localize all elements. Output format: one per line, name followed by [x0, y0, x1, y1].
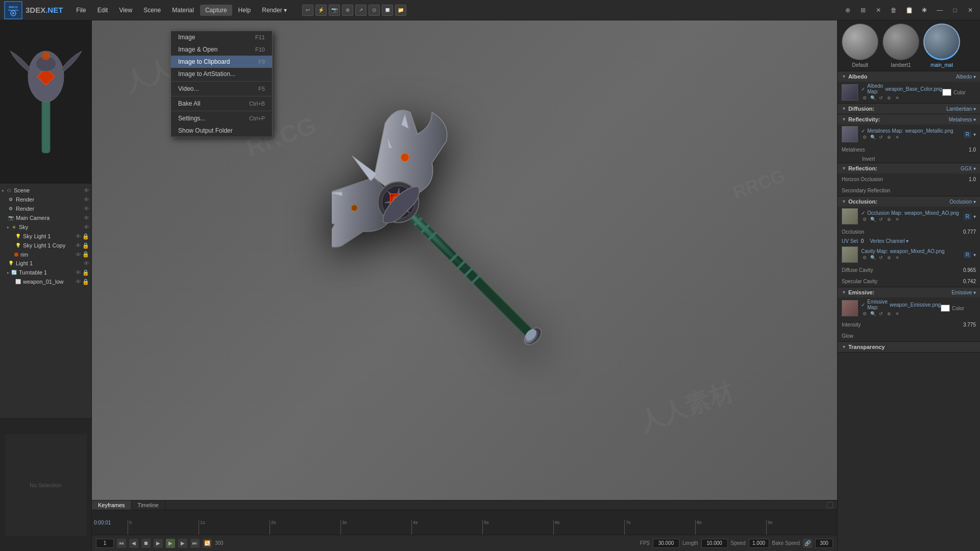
window-btn-1[interactable]: ⊕: [842, 5, 853, 16]
mat-sphere-default[interactable]: [842, 23, 878, 60]
tree-rim[interactable]: rim 👁 🔒: [0, 250, 91, 259]
max-frame-input[interactable]: [815, 539, 833, 548]
step-back[interactable]: ◀: [129, 539, 138, 548]
toolbar-btn-5[interactable]: ↗: [355, 5, 366, 16]
cavity-thumb[interactable]: [842, 246, 858, 263]
eye-icon-render1[interactable]: 👁: [84, 196, 89, 203]
play-to-start[interactable]: ⏮: [117, 539, 126, 548]
occlusion-thumb[interactable]: [842, 208, 858, 224]
play-btn[interactable]: ▶: [154, 539, 163, 548]
toolbar-btn-3[interactable]: 📷: [329, 5, 340, 16]
fps-input[interactable]: [653, 539, 679, 548]
cavity-search-icon[interactable]: 🔍: [869, 254, 876, 261]
eye-icon-rim[interactable]: 👁: [76, 252, 81, 258]
tree-render-2[interactable]: ⚙ Render 👁: [0, 204, 91, 213]
cavity-copy-icon[interactable]: ⊕: [886, 254, 893, 261]
cavity-settings-icon[interactable]: ⚙: [861, 254, 868, 261]
toolbar-btn-2[interactable]: ⚡: [315, 5, 327, 16]
emissive-color-swatch[interactable]: [941, 305, 950, 312]
albedo-header[interactable]: ▼ Albedo Albedo ▾: [838, 71, 980, 82]
reflectivity-header[interactable]: ▼ Reflectivity: Metalness ▾: [838, 114, 980, 124]
menu-file[interactable]: File: [71, 5, 91, 16]
mat-sphere-main[interactable]: [923, 23, 960, 60]
window-close-main[interactable]: ✕: [965, 5, 976, 16]
window-btn-4[interactable]: 📋: [903, 5, 915, 16]
albedo-delete-icon[interactable]: ✕: [894, 94, 901, 102]
eye-icon-sky[interactable]: 👁: [84, 224, 89, 230]
menu-image[interactable]: Image F11: [171, 31, 272, 43]
tree-turntable[interactable]: ▸ 🔄 Turntable 1 👁 🔒: [0, 268, 91, 277]
eye-icon-sl2[interactable]: 👁: [76, 242, 81, 248]
occ-settings-icon[interactable]: ⚙: [861, 216, 868, 223]
window-btn-7[interactable]: □: [949, 5, 961, 16]
occ-search-icon[interactable]: 🔍: [869, 216, 876, 223]
tab-keyframes[interactable]: Keyframes: [92, 500, 132, 510]
toolbar-btn-8[interactable]: 📁: [395, 5, 406, 16]
metal-settings-icon[interactable]: ⚙: [861, 134, 868, 141]
menu-edit[interactable]: Edit: [92, 5, 113, 16]
frame-input[interactable]: [96, 539, 114, 548]
reflection-header[interactable]: ▼ Reflection: GGX ▾: [838, 163, 980, 173]
menu-render[interactable]: Render ▾: [257, 5, 292, 16]
emiss-copy-icon[interactable]: ⊕: [886, 310, 893, 317]
menu-material[interactable]: Material: [167, 5, 199, 16]
mat-main[interactable]: main_mat: [923, 23, 960, 68]
tree-sky-light-1[interactable]: 💡 Sky Light 1 👁 🔒: [0, 232, 91, 241]
emissive-header[interactable]: ▼ Emissive: Emissive ▾: [838, 287, 980, 297]
menu-image-open[interactable]: Image & Open F10: [171, 43, 272, 56]
albedo-search-icon[interactable]: 🔍: [869, 94, 876, 102]
loop-btn[interactable]: 🔁: [203, 539, 212, 548]
menu-bake-all[interactable]: Bake All Ctrl+B: [171, 97, 272, 110]
metal-copy-icon[interactable]: ⊕: [886, 134, 893, 141]
albedo-settings-icon[interactable]: ⚙: [861, 94, 868, 102]
link-btn[interactable]: 🔗: [803, 539, 812, 548]
albedo-thumb[interactable]: [842, 84, 858, 101]
occ-copy-icon[interactable]: ⊕: [886, 216, 893, 223]
menu-image-clipboard[interactable]: Image to Clipboard F9: [171, 56, 272, 68]
window-btn-3[interactable]: 🗑: [888, 5, 899, 16]
menu-view[interactable]: View: [114, 5, 137, 16]
emiss-reload-icon[interactable]: ↺: [877, 310, 885, 317]
eye-icon-render2[interactable]: 👁: [84, 206, 89, 212]
toolbar-btn-4[interactable]: ⊕: [342, 5, 353, 16]
menu-video[interactable]: Video... F5: [171, 83, 272, 95]
mat-default[interactable]: Default: [842, 23, 878, 68]
tree-sky-light-copy[interactable]: 💡 Sky Light 1 Copy 👁 🔒: [0, 241, 91, 250]
window-close[interactable]: ✕: [873, 5, 884, 16]
menu-capture[interactable]: Capture: [200, 5, 232, 16]
metal-reload-icon[interactable]: ↺: [877, 134, 885, 141]
occ-reload-icon[interactable]: ↺: [877, 216, 885, 223]
cavity-reload-icon[interactable]: ↺: [877, 254, 885, 261]
eye-icon-sl1[interactable]: 👁: [76, 233, 81, 239]
tree-scene[interactable]: ▸ ⬡ Scene 👁: [0, 186, 91, 195]
transparency-header[interactable]: ▼ Transparency: [838, 342, 980, 352]
emiss-search-icon[interactable]: 🔍: [869, 310, 876, 317]
length-input[interactable]: [701, 539, 728, 548]
tree-light1[interactable]: 💡 Light 1 👁: [0, 259, 91, 268]
menu-scene[interactable]: Scene: [138, 5, 166, 16]
window-btn-5[interactable]: ✱: [919, 5, 930, 16]
mat-lambert[interactable]: lambert1: [883, 23, 919, 68]
eye-icon-l1[interactable]: 👁: [84, 260, 89, 266]
speed-input[interactable]: [749, 539, 769, 548]
menu-image-artstation[interactable]: Image to ArtStation...: [171, 68, 272, 80]
cavity-delete-icon[interactable]: ✕: [894, 254, 901, 261]
diffusion-header[interactable]: ▼ Diffusion: Lambertian ▾: [838, 104, 980, 114]
emiss-delete-icon[interactable]: ✕: [894, 310, 901, 317]
eye-icon-scene[interactable]: 👁: [84, 187, 89, 193]
tree-render-1[interactable]: ⚙ Render 👁: [0, 195, 91, 204]
toolbar-btn-1[interactable]: ↩: [302, 5, 313, 16]
toolbar-btn-6[interactable]: ⊙: [369, 5, 380, 16]
timeline-collapse[interactable]: [827, 502, 833, 508]
tree-camera[interactable]: 📷 Main Camera 👁: [0, 213, 91, 222]
eye-icon-camera[interactable]: 👁: [84, 215, 89, 221]
window-btn-6[interactable]: —: [934, 5, 945, 16]
albedo-reload-icon[interactable]: ↺: [877, 94, 885, 102]
tab-timeline[interactable]: Timeline: [132, 500, 165, 510]
play-to-end[interactable]: ⏭: [190, 539, 200, 548]
occ-delete-icon[interactable]: ✕: [894, 216, 901, 223]
metalness-thumb[interactable]: [842, 126, 858, 142]
step-fwd[interactable]: ▶: [178, 539, 187, 548]
mat-sphere-lambert[interactable]: [883, 23, 919, 60]
metal-delete-icon[interactable]: ✕: [894, 134, 901, 141]
